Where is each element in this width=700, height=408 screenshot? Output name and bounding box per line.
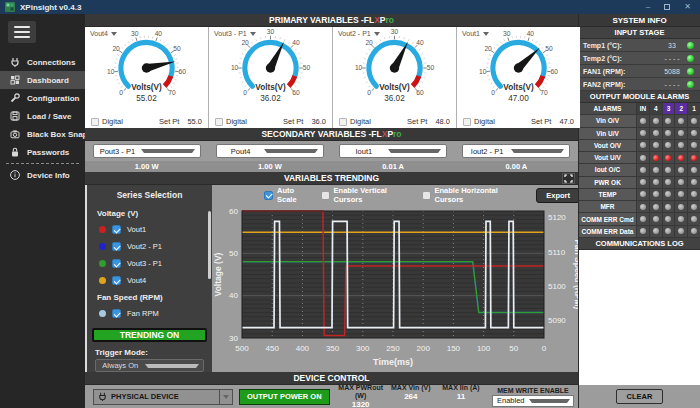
sidebar-item-connections[interactable]: Connections — [0, 53, 85, 71]
maximize-button[interactable] — [664, 4, 670, 10]
series-checkbox[interactable] — [112, 242, 121, 251]
series-checkbox[interactable] — [112, 309, 121, 318]
secondary-channel-dropdown[interactable]: Iout2 - P1 — [462, 144, 570, 158]
device-selector-dropdown[interactable]: PHYSICAL DEVICE — [93, 389, 233, 405]
sidebar-item-dashboard[interactable]: Dashboard — [0, 71, 85, 89]
series-scrollbar[interactable] — [208, 211, 211, 279]
svg-text:5090: 5090 — [548, 316, 566, 325]
sidebar-item-passwords[interactable]: Passwords — [0, 143, 85, 161]
gauge-channel-dropdown[interactable]: Vout1 — [462, 30, 489, 37]
alarm-cell — [687, 213, 700, 224]
minimize-button[interactable]: – — [646, 3, 650, 11]
svg-text:100: 100 — [477, 344, 491, 353]
alarm-label: Vin U/V — [579, 128, 636, 139]
gauge-card-vout4: Vout4010203040506070Volts(V)55.02Digital… — [85, 27, 209, 128]
alarm-cell — [674, 140, 687, 151]
alarm-cell — [636, 152, 649, 163]
gauge-channel-dropdown[interactable]: Vout4 — [90, 30, 117, 37]
sidebar-item-device-info[interactable]: Device Info — [0, 166, 85, 184]
alarm-cell — [636, 189, 649, 200]
digital-label: Digital — [226, 117, 247, 126]
primary-variables-title: PRIMARY VARIABLES - — [269, 15, 364, 25]
alarm-cell — [674, 201, 687, 212]
alarm-cell — [674, 189, 687, 200]
sidebar-item-label: Dashboard — [27, 76, 69, 85]
svg-text:30: 30 — [267, 28, 275, 35]
metric-label: MAX Iin (A) — [436, 384, 486, 392]
svg-text:60: 60 — [550, 68, 558, 75]
auto-scale-checkbox[interactable]: Auto Scale — [264, 186, 315, 204]
output-power-button[interactable]: OUTPUT POWER ON — [239, 389, 330, 405]
device-selector-value: PHYSICAL DEVICE — [111, 392, 179, 401]
sidebar-item-load-save[interactable]: Load / Save — [0, 107, 85, 125]
export-button[interactable]: Export — [536, 188, 580, 203]
gauge-channel-dropdown[interactable]: Vout2 - P1 — [338, 30, 380, 37]
sidebar-item-configuration[interactable]: Configuration — [0, 89, 85, 107]
alarm-label: Vin O/V — [579, 115, 636, 126]
alarm-led-off — [653, 228, 659, 234]
alarm-cell — [649, 213, 662, 224]
series-checkbox[interactable] — [112, 225, 121, 234]
svg-text:40: 40 — [229, 291, 238, 300]
svg-text:55.02: 55.02 — [136, 94, 157, 103]
gauge-channel-dropdown[interactable]: Vout3 - P1 — [214, 30, 256, 37]
variables-trending-header: VARIABLES TRENDING — [85, 172, 578, 185]
alarm-led-off — [640, 167, 646, 173]
plug-icon — [97, 391, 108, 402]
horizontal-cursors-checkbox[interactable]: Enable Horizontal Cursors — [422, 186, 527, 204]
series-checkbox[interactable] — [112, 276, 121, 285]
alarm-cell — [649, 226, 662, 237]
alarm-led-red — [653, 155, 659, 161]
sidebar-item-black-box-snapshot[interactable]: Black Box Snapshot — [0, 125, 85, 143]
svg-text:60: 60 — [416, 89, 424, 96]
alarm-cell — [662, 226, 675, 237]
device-metric: MAX Vin (V)264 — [386, 384, 436, 408]
chevron-down-icon — [141, 149, 195, 153]
series-checkbox[interactable] — [112, 259, 121, 268]
alarm-label: Vout U/V — [579, 152, 636, 163]
expand-chart-button[interactable] — [562, 173, 575, 184]
hamburger-menu-icon[interactable] — [8, 21, 36, 43]
gauge-dial: 010203040506070Volts(V)55.02 — [85, 27, 208, 107]
chevron-down-icon — [529, 399, 571, 403]
chevron-down-icon — [250, 32, 256, 36]
svg-text:36.02: 36.02 — [260, 94, 281, 103]
alarm-led-off — [678, 191, 684, 197]
alarm-led-off — [640, 204, 646, 210]
sidebar-item-label: Connections — [27, 58, 75, 67]
mem-write-dropdown[interactable]: Enabled — [492, 395, 574, 407]
digital-checkbox[interactable] — [339, 118, 347, 126]
trending-on-button[interactable]: TRENDING ON — [92, 328, 207, 342]
chevron-down-icon — [483, 32, 489, 36]
alarms-table: ALARMSIN4321Vin O/VVin U/VVout O/VVout U… — [579, 103, 700, 238]
secondary-channel-dropdown[interactable]: Iout1 — [339, 144, 447, 158]
vertical-cursors-label: Enable Vertical Cursors — [334, 186, 416, 204]
svg-text:5100: 5100 — [548, 282, 566, 291]
vertical-cursors-checkbox[interactable]: Enable Vertical Cursors — [321, 186, 416, 204]
svg-text:70: 70 — [540, 89, 548, 96]
digital-checkbox[interactable] — [215, 118, 223, 126]
gauge-dial: 0102030405060Volts(V)36.02 — [333, 27, 456, 107]
alarm-led-off — [678, 179, 684, 185]
trigger-mode-dropdown[interactable]: Always On — [95, 359, 204, 372]
alarm-cell — [662, 152, 675, 163]
secondary-channel-value: 1.00 W — [85, 161, 208, 172]
expand-icon — [564, 174, 573, 183]
secondary-channel-dropdown[interactable]: Pout3 - P1 — [93, 144, 201, 158]
secondary-channel-dropdown[interactable]: Pout4 — [216, 144, 324, 158]
series-color-dot — [99, 260, 106, 267]
alarm-row-comm-err-cmd: COMM ERR Cmd — [579, 213, 700, 225]
alarm-led-off — [653, 118, 659, 124]
series-group-heading: Voltage (V) — [87, 205, 212, 221]
svg-text:200: 200 — [417, 344, 431, 353]
input-stage-header: INPUT STAGE — [579, 27, 700, 39]
alarm-cell — [687, 177, 700, 188]
trigger-mode-value: Always On — [96, 361, 145, 370]
close-button[interactable]: ✕ — [684, 3, 691, 11]
digital-checkbox[interactable] — [91, 118, 99, 126]
clear-log-button[interactable]: CLEAR — [616, 389, 664, 404]
setpoint-label: Set Pt — [407, 117, 427, 126]
digital-checkbox[interactable] — [463, 118, 471, 126]
secondary-channel-column: Iout2 - P1 — [455, 144, 578, 158]
alarm-cell — [662, 177, 675, 188]
